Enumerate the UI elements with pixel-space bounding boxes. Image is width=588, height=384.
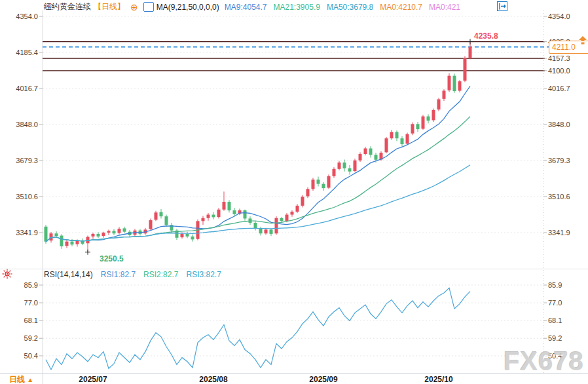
x-axis-month-label: 2025/07 <box>79 375 107 384</box>
caret-up-icon: ▲ <box>27 376 33 383</box>
circled-plus-icon[interactable]: ⊕ <box>130 3 138 11</box>
ma-legend-item: MA0:4210.7 <box>380 3 422 12</box>
y-axis-label-right: 3510.6 <box>548 192 570 201</box>
panel-borders <box>0 10 588 374</box>
y-axis-label-right: 77.0 <box>548 298 562 307</box>
axis-range-active-icon[interactable] <box>521 1 531 11</box>
rsi-legend-values: RSI1:82.7RSI2:82.7RSI3:82.7 <box>101 270 221 279</box>
time-axis-bar: 日线 ▲ 2025/072025/082025/092025/10 <box>0 374 588 384</box>
x-axis-month-label: 2025/09 <box>309 375 337 384</box>
ma50-line <box>46 165 470 242</box>
current-price-value: 4211.0 <box>552 43 576 52</box>
rsi-legend-item: RSI2:82.7 <box>143 270 178 279</box>
watermark: FX678 <box>504 347 584 376</box>
y-axis-label-left: 68.1 <box>0 316 38 325</box>
y-axis-label-left: 85.9 <box>0 280 38 290</box>
y-axis-label-left: 77.0 <box>0 298 38 307</box>
rsi-legend-item: RSI1:82.7 <box>101 270 136 279</box>
ma-settings-label: MA(9,21,50,0,0,0) <box>156 3 219 12</box>
y-axis-label-left: 3510.6 <box>0 192 38 201</box>
ma9-line <box>46 86 470 241</box>
x-axis-month-label: 2025/10 <box>424 375 452 384</box>
y-axis-label-left: 3341.9 <box>0 228 38 237</box>
ma-legend-item: MA9:4054.7 <box>225 3 267 12</box>
y-axis-label-left: 4185.4 <box>0 48 38 57</box>
y-axis-label-right: 59.2 <box>548 334 562 343</box>
rsi-settings-label: RSI(14,14,14) <box>44 270 93 279</box>
y-axis-label-right: 4100.0 <box>548 66 570 75</box>
rsi-line <box>46 288 470 370</box>
axis-range-icon[interactable] <box>509 1 519 11</box>
y-axis-label-right: 68.1 <box>548 316 562 325</box>
main-gridlines <box>43 16 543 233</box>
y-axis-label-right: 3341.9 <box>548 228 570 237</box>
chart-toolbar <box>497 1 543 11</box>
x-axis-month-label: 2025/08 <box>199 375 227 384</box>
ma-legend-values: MA9:4054.7MA21:3905.9MA50:3679.8MA0:4210… <box>225 3 460 12</box>
rsi-gridlines <box>43 285 543 356</box>
chart-window: 4354.04185.44016.73848.03679.33510.63341… <box>0 0 588 384</box>
y-axis-label-right: 85.9 <box>548 280 562 290</box>
y-axis-label-left: 59.2 <box>0 334 38 343</box>
y-axis-label-left: 50.4 <box>0 351 38 360</box>
y-axis-label-left: 3848.0 <box>0 120 38 129</box>
collapse-right-icon[interactable] <box>532 1 543 11</box>
y-axis-label-right: 4157.3 <box>548 54 570 63</box>
y-axis-label-left: 4016.7 <box>0 84 38 93</box>
y-axis-label-left: 3679.3 <box>0 156 38 165</box>
candlesticks <box>45 42 472 252</box>
main-legend: 纽约黄金连续 【日线】 ⊕ MA(9,21,50,0,0,0) MA9:4054… <box>44 1 460 12</box>
y-axis-label-right: 4016.7 <box>548 84 570 93</box>
y-axis-label-right: 3848.0 <box>548 120 570 129</box>
ma-legend-item: MA0:421 <box>429 3 460 12</box>
period-tag: 【日线】 <box>94 1 125 12</box>
high-annotation: 4235.8 <box>474 31 498 41</box>
chart-canvas[interactable] <box>0 0 588 384</box>
ma-legend-item: MA21:3905.9 <box>274 3 320 12</box>
timeframe-tab-label: 日线 <box>9 375 25 384</box>
y-axis-label-right: 3679.3 <box>548 156 570 165</box>
timeframe-tab[interactable]: 日线 ▲ <box>0 374 43 384</box>
y-axis-label-left: 4354.0 <box>0 12 38 21</box>
rsi-legend-item: RSI3:82.7 <box>186 270 221 279</box>
ma-chart-icon <box>143 2 154 12</box>
low-annotation: 3250.5 <box>100 254 124 263</box>
ma-legend-item: MA50:3679.8 <box>327 3 373 12</box>
y-axis-label-right: 4354.0 <box>548 12 570 21</box>
rsi-legend: RSI(14,14,14) RSI1:82.7RSI2:82.7RSI3:82.… <box>44 270 221 279</box>
